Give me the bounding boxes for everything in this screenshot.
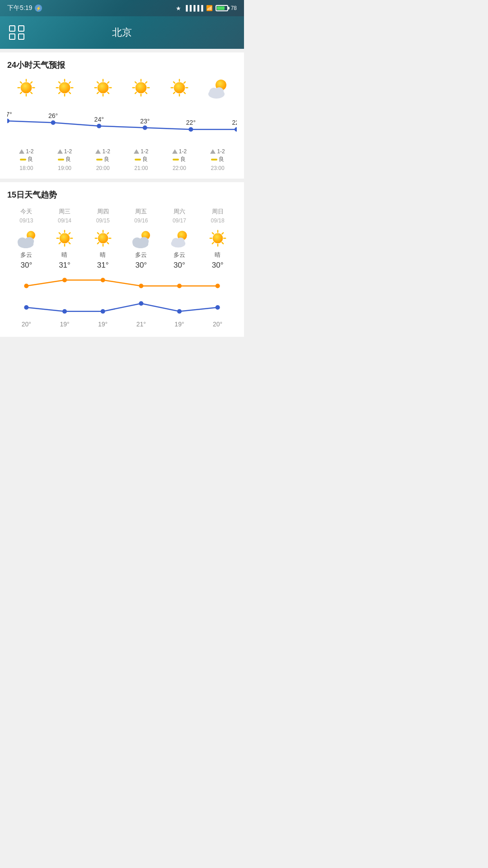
svg-point-49 [7, 119, 9, 123]
hourly-time-1: 19:00 [46, 163, 84, 171]
svg-point-48 [215, 87, 224, 95]
svg-point-109 [139, 301, 143, 306]
days-header-row: 今天 09/13 周三 09/14 周四 09/15 周五 09/16 周六 0… [7, 208, 237, 224]
day-condition-2: 晴 [84, 251, 122, 259]
day-low-5: 20° [198, 321, 237, 328]
battery-percent: 78 [231, 5, 237, 11]
svg-line-21 [97, 92, 99, 94]
daily-high-chart [7, 272, 237, 294]
hourly-icons-row [7, 78, 237, 100]
svg-line-23 [97, 82, 99, 83]
svg-line-79 [97, 233, 99, 234]
day-condition-5: 晴 [198, 251, 237, 259]
hourly-item-3 [122, 78, 160, 100]
day-highs-row: 30°31°31°30°30°30° [7, 261, 237, 270]
bluetooth-icon: ★ [176, 5, 181, 12]
day-header-5: 周日 09/18 [198, 208, 237, 224]
wind-air-item-5: 1-2 良 [198, 148, 237, 163]
svg-point-8 [21, 82, 32, 94]
wind-air-item-4: 1-2 良 [160, 148, 199, 163]
menu-icon[interactable] [9, 25, 25, 40]
svg-text:27°: 27° [7, 111, 12, 118]
svg-line-41 [174, 82, 175, 83]
svg-line-37 [184, 92, 185, 94]
svg-line-94 [212, 242, 213, 244]
svg-point-106 [24, 305, 28, 310]
day-high-4: 30° [160, 261, 199, 270]
svg-point-102 [101, 278, 105, 283]
day-condition-4: 多云 [160, 251, 199, 259]
daily-low-chart [7, 296, 237, 319]
menu-cell-4 [18, 33, 24, 40]
svg-point-103 [139, 284, 143, 288]
svg-text:24°: 24° [94, 116, 104, 123]
city-title: 北京 [112, 26, 132, 39]
hourly-item-1 [46, 78, 84, 100]
svg-line-32 [135, 82, 136, 83]
hourly-time-4: 22:00 [160, 163, 199, 171]
day-header-0: 今天 09/13 [7, 208, 46, 224]
daily-title: 15日天气趋势 [7, 189, 237, 200]
svg-point-107 [62, 309, 67, 314]
time-display: 下午5:19 [7, 4, 32, 12]
wind-air-row: 1-2 良 1-2 良 1-2 良 1-2 良 [7, 148, 237, 163]
battery-fill [217, 6, 225, 10]
svg-text:23°: 23° [140, 118, 150, 125]
svg-line-30 [135, 92, 136, 94]
svg-line-5 [20, 82, 22, 83]
hourly-title: 24小时天气预报 [7, 60, 237, 71]
svg-line-96 [212, 233, 213, 234]
wifi-icon: 📶 [206, 5, 213, 11]
day-low-0: 20° [7, 321, 46, 328]
day-high-5: 30° [198, 261, 237, 270]
day-icon-2 [84, 229, 122, 249]
wind-air-item-0: 1-2 良 [7, 148, 46, 163]
wind-air-item-1: 1-2 良 [46, 148, 84, 163]
hourly-time-0: 18:00 [7, 163, 46, 171]
day-low-3: 21° [122, 321, 160, 328]
svg-line-39 [174, 92, 175, 94]
svg-line-3 [20, 92, 22, 94]
hourly-item-2 [84, 78, 122, 100]
svg-line-10 [69, 92, 70, 94]
svg-point-99 [212, 233, 222, 243]
svg-point-53 [97, 124, 101, 128]
svg-point-26 [97, 82, 108, 94]
svg-point-64 [25, 237, 34, 245]
hourly-temp-chart: 27° 26° 24° 23° 22° 22° [7, 104, 237, 145]
status-right: ★ ▐▐▐▐▐ 📶 78 [176, 5, 237, 12]
svg-line-72 [69, 233, 70, 234]
svg-text:22°: 22° [232, 119, 237, 126]
day-high-3: 30° [122, 261, 160, 270]
svg-line-77 [97, 242, 99, 244]
svg-line-34 [145, 82, 147, 83]
day-condition-0: 多云 [7, 251, 46, 259]
day-icon-5 [198, 229, 237, 249]
menu-cell-3 [9, 33, 15, 40]
svg-line-25 [108, 82, 109, 83]
svg-point-100 [24, 284, 28, 288]
svg-point-55 [143, 126, 147, 130]
menu-cell-1 [9, 25, 15, 32]
svg-line-75 [107, 242, 108, 244]
svg-point-105 [216, 284, 220, 288]
svg-point-90 [177, 237, 185, 245]
day-header-4: 周六 09/17 [160, 208, 199, 224]
hourly-item-0 [7, 78, 46, 100]
day-header-1: 周三 09/14 [46, 208, 84, 224]
svg-line-12 [59, 92, 60, 94]
svg-point-17 [59, 82, 70, 94]
svg-line-19 [108, 92, 109, 94]
svg-line-66 [69, 242, 70, 244]
svg-line-1 [31, 92, 32, 94]
hourly-item-4 [160, 78, 199, 100]
hourly-time-3: 21:00 [122, 163, 160, 171]
hourly-times-row: 18:0019:0020:0021:0022:0023:00 [7, 163, 237, 171]
svg-point-35 [136, 82, 147, 94]
daily-forecast-section: 15日天气趋势 今天 09/13 周三 09/14 周四 09/15 周五 09… [0, 182, 244, 337]
svg-line-43 [184, 82, 185, 83]
svg-point-73 [60, 233, 70, 243]
svg-line-92 [222, 242, 223, 244]
day-low-4: 19° [160, 321, 199, 328]
svg-text:26°: 26° [48, 112, 58, 119]
